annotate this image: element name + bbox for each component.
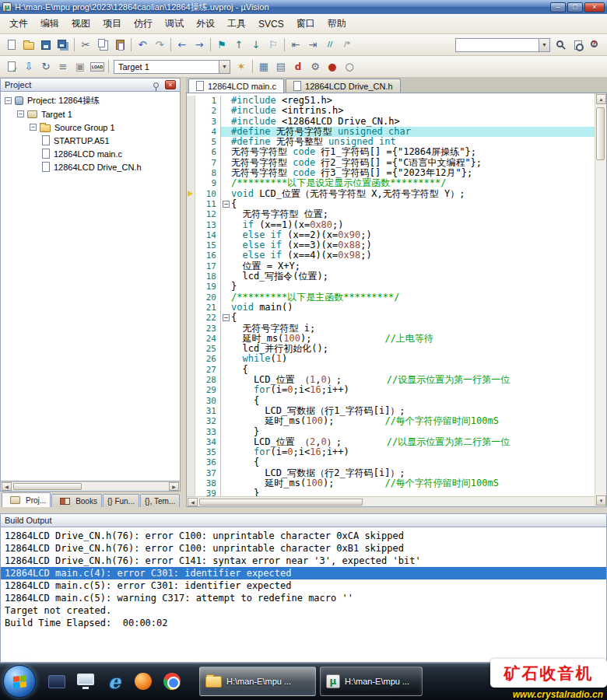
build-output-line[interactable]: 12864LCD Drive_CN.h(76): error C100: unp… <box>1 530 606 542</box>
scroll-thumb[interactable] <box>13 483 82 490</box>
scroll-up-icon[interactable]: ▲ <box>596 94 606 104</box>
code-line[interactable]: 7无符号字符型 code 行2_字符码[] ={"C语言中文编程"}; <box>187 158 595 168</box>
manage-books-icon[interactable]: ▤ <box>272 58 289 75</box>
panel-tab[interactable]: {}, Tem... <box>140 494 180 507</box>
menu-item[interactable]: 调试 <box>159 14 190 33</box>
scroll-down-icon[interactable]: ▼ <box>596 495 606 506</box>
editor-vscrollbar[interactable]: ▲ ▼ <box>595 93 606 506</box>
build-output-line[interactable]: 12864LCD main.c(5): warning C317: attemp… <box>1 592 606 604</box>
code-line[interactable]: 19} <box>187 282 595 292</box>
build-output-line[interactable]: 12864LCD main.c(5): error C301: identifi… <box>1 579 606 592</box>
code-line[interactable]: 2#include <intrins.h> <box>187 106 595 116</box>
code-line[interactable]: 24 延时_ms(100); //上电等待 <box>187 334 595 344</box>
project-panel-close-button[interactable]: × <box>165 80 176 89</box>
options-for-target-icon[interactable]: ✶ <box>233 58 250 75</box>
code-line[interactable]: 1#include <reg51.h> <box>187 96 595 106</box>
code-line[interactable]: 17 位置 = X+Y; <box>187 261 595 271</box>
search-dropdown-icon[interactable]: ▼ <box>539 39 549 51</box>
uncomment-icon[interactable]: /* <box>339 37 356 54</box>
tree-expander-icon[interactable]: − <box>5 97 12 104</box>
ie-icon[interactable]: e <box>101 666 128 697</box>
target-select[interactable]: Target 1 ▼ <box>114 60 230 74</box>
search-options-icon[interactable] <box>587 37 604 54</box>
tree-item[interactable]: STARTUP.A51 <box>1 134 180 147</box>
code-line[interactable]: 11−{ <box>187 199 595 209</box>
editor-tab[interactable]: 12864LCD Drive_CN.h <box>286 79 401 93</box>
menu-item[interactable]: 帮助 <box>321 14 353 33</box>
menu-item[interactable]: 工具 <box>221 14 252 33</box>
find-icon[interactable] <box>553 37 570 54</box>
build-icon[interactable]: ⇩ <box>20 58 37 75</box>
scroll-left-icon[interactable]: ◀ <box>2 482 12 491</box>
code-line[interactable]: 16 else if (x==4)(x=0x98;) <box>187 250 595 261</box>
code-line[interactable]: 27 { <box>187 365 595 375</box>
code-line[interactable]: 5#define 无符号整型 unsigned int <box>187 137 595 147</box>
scroll-left-icon[interactable]: ◀ <box>188 498 198 506</box>
bookmark-prev-icon[interactable]: ↑ <box>230 37 247 54</box>
translate-file-icon[interactable] <box>3 58 20 75</box>
code-line[interactable]: 23 无符号字符型 i; <box>187 324 595 334</box>
menu-item[interactable]: 文件 <box>3 14 34 33</box>
build-output-header[interactable]: Build Output <box>0 513 607 527</box>
target-dropdown-icon[interactable]: ▼ <box>219 61 230 73</box>
maximize-button[interactable]: □ <box>567 2 583 12</box>
code-line[interactable]: 6无符号字符型 code 行1_字符码[] ={"12864屏操练"}; <box>187 147 595 157</box>
debug-session-icon[interactable]: d <box>289 58 307 75</box>
scroll-right-icon[interactable]: ▶ <box>169 482 179 491</box>
code-line[interactable]: 36 { <box>187 457 595 467</box>
close-button[interactable]: × <box>584 2 605 12</box>
menu-item[interactable]: 项目 <box>96 14 128 33</box>
code-line[interactable]: 39 } <box>187 488 595 496</box>
search-combo[interactable]: ▼ <box>455 38 550 52</box>
fold-toggle-icon[interactable]: − <box>223 314 230 321</box>
app-orange-icon[interactable] <box>130 666 156 697</box>
bookmark-clear-icon[interactable]: ⚐ <box>265 37 282 54</box>
menu-item[interactable]: 仿行 <box>128 14 159 33</box>
stop-build-icon[interactable]: ▣ <box>72 58 89 75</box>
menu-item[interactable]: 视图 <box>65 14 96 33</box>
project-hscrollbar[interactable]: ◀ ▶ <box>0 481 181 492</box>
breakpoint-icon[interactable]: ● <box>324 58 341 75</box>
disable-breakpoints-icon[interactable]: ○ <box>341 58 358 75</box>
code-line[interactable]: 3#include <12864LCD Drive_CN.h> <box>187 117 595 127</box>
horizontal-splitter[interactable] <box>0 507 607 513</box>
download-flash-icon[interactable] <box>89 58 106 75</box>
build-output-line[interactable]: 12864LCD Drive_CN.h(76): error C141: syn… <box>1 555 606 567</box>
menu-item[interactable]: 编辑 <box>34 14 65 33</box>
new-file-icon[interactable] <box>3 37 20 54</box>
build-output-line[interactable]: Build Time Elapsed: 00:00:02 <box>1 617 606 629</box>
code-line[interactable]: 26 while(1) <box>187 354 595 364</box>
code-line[interactable]: 14 else if (x==2)(x=0x90;) <box>187 230 595 240</box>
panel-tab[interactable]: Proj... <box>2 492 51 507</box>
open-file-icon[interactable] <box>20 37 37 54</box>
project-panel-header[interactable]: Project × <box>0 78 181 92</box>
scroll-track[interactable] <box>198 498 595 506</box>
app-window-icon[interactable] <box>44 666 70 697</box>
title-bar[interactable]: µ H:\man-E\mpu prog\2023\12864caolian\12… <box>0 0 607 14</box>
code-line[interactable]: 8无符号字符型 code 行3_字符码[] ={"2023年12月"}; <box>187 168 595 178</box>
bookmark-toggle-icon[interactable]: ⚑ <box>213 37 230 54</box>
code-line[interactable]: 18 lcd_写指令(位置); <box>187 271 595 282</box>
search-input[interactable] <box>456 40 539 51</box>
code-line[interactable]: 9/*********以下是设定显示位置函数*********/ <box>187 178 595 188</box>
find-in-files-icon[interactable] <box>570 37 587 54</box>
menu-item[interactable]: 窗口 <box>290 14 321 33</box>
scroll-track[interactable] <box>12 482 168 491</box>
nav-back-icon[interactable]: ← <box>174 37 191 54</box>
configure-tools-icon[interactable]: ⚙ <box>307 58 324 75</box>
menu-item[interactable]: 外设 <box>190 14 221 33</box>
undo-icon[interactable]: ↶ <box>134 37 151 54</box>
save-all-icon[interactable] <box>54 37 72 54</box>
taskbar-button[interactable]: H:\man-E\mpu ... <box>199 667 316 696</box>
indent-icon[interactable]: ⇥ <box>304 37 321 54</box>
code-line[interactable]: 31 LCD_写数据（行1_字符码[i]）; <box>187 406 595 416</box>
start-button[interactable] <box>3 665 36 698</box>
editor-tab[interactable]: 12864LCD main.c <box>188 79 284 93</box>
taskbar-button[interactable]: µH:\man-E\mpu ... <box>320 667 423 696</box>
save-icon[interactable] <box>37 37 54 54</box>
code-line[interactable]: 10void LCD_位置（无符号字符型 X,无符号字符型 Y）; <box>187 189 595 199</box>
panel-tab[interactable]: Books <box>51 494 102 507</box>
code-line[interactable]: 28 LCD_位置 （1,0）; //设显示位置为第一行第一位 <box>187 375 595 385</box>
code-line[interactable]: 29 for(i=0;i<16;i++) <box>187 385 595 395</box>
code-line[interactable]: 33 } <box>187 427 595 437</box>
